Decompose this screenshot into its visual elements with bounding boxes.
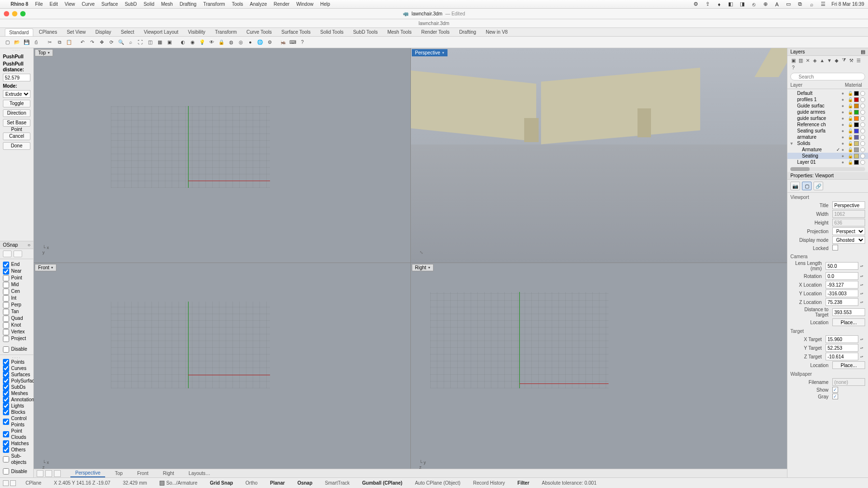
cam-lens-input[interactable] xyxy=(826,262,858,270)
lock-icon[interactable]: 🔓 xyxy=(848,91,853,96)
lock-icon[interactable]: 🔓 xyxy=(848,135,853,140)
lock-icon[interactable]: 🔓 xyxy=(848,104,853,108)
list-icon[interactable]: ☰ xyxy=(855,57,861,63)
copy-icon[interactable]: ⧉ xyxy=(55,38,64,47)
status-icon[interactable]: ⇪ xyxy=(704,1,711,8)
rotate-icon[interactable]: ⟳ xyxy=(107,38,116,47)
save-icon[interactable]: 💾 xyxy=(22,38,31,47)
layer-row[interactable]: Seating ● 🔓 xyxy=(787,153,868,159)
viewport-label-top[interactable]: Top▾ xyxy=(35,49,53,56)
vp-title-input[interactable] xyxy=(832,201,865,209)
layer-row[interactable]: Layer 01 ● 🔓 xyxy=(787,159,868,165)
layer-row[interactable]: ▾ Solids ● 🔓 xyxy=(787,140,868,146)
layer-material-swatch[interactable] xyxy=(860,135,865,140)
tab-surfacetools[interactable]: Surface Tools xyxy=(278,28,314,36)
visible-icon[interactable]: ● xyxy=(841,97,846,102)
spinner-icon[interactable]: ▴▾ xyxy=(860,346,865,349)
tgt-y-input[interactable] xyxy=(826,344,858,352)
spinner-icon[interactable]: ▴▾ xyxy=(860,283,865,286)
status-icon[interactable]: ⎋ xyxy=(750,1,757,8)
tab-newv8[interactable]: New in V8 xyxy=(482,28,512,36)
layer-color-swatch[interactable] xyxy=(854,154,859,158)
visible-icon[interactable]: ● xyxy=(841,141,846,146)
control-center-icon[interactable]: ☰ xyxy=(820,1,827,8)
menu-subd[interactable]: SubD xyxy=(125,1,137,7)
layer-color-swatch[interactable] xyxy=(854,160,859,165)
layer-color-swatch[interactable] xyxy=(854,110,859,115)
distance-input[interactable] xyxy=(3,74,30,81)
done-button[interactable]: Done xyxy=(3,142,30,150)
layer-row[interactable]: Seating surfa ● 🔓 xyxy=(787,128,868,134)
menu-render[interactable]: Render xyxy=(274,1,290,7)
tab-solidtools[interactable]: Solid Tools xyxy=(316,28,347,36)
prop-material-icon[interactable]: 🔗 xyxy=(814,182,823,190)
named-view-icon[interactable]: ▣ xyxy=(165,38,174,47)
delete-layer-icon[interactable]: ✕ xyxy=(805,57,811,63)
layer-row[interactable]: Reference ch ● 🔓 xyxy=(787,121,868,128)
menu-help[interactable]: Help xyxy=(320,1,330,7)
selfilter-check[interactable] xyxy=(3,403,9,409)
visible-icon[interactable]: ● xyxy=(841,110,846,115)
zoom-icon[interactable]: 🔍 xyxy=(117,38,125,47)
status-icon[interactable]: ◨ xyxy=(739,1,746,8)
layer-material-swatch[interactable] xyxy=(860,129,865,133)
status-toggle[interactable]: Filter xyxy=(515,480,532,486)
vtab-layouts[interactable]: Layouts… xyxy=(184,470,215,477)
selfilter-check[interactable] xyxy=(3,431,9,437)
prop-viewport-icon[interactable]: ▢ xyxy=(802,182,812,190)
spinner-icon[interactable]: ▴▾ xyxy=(860,292,865,295)
tgt-z-input[interactable] xyxy=(826,353,858,360)
environment-icon[interactable]: 🌐 xyxy=(256,38,264,47)
panel-menu-icon[interactable]: ▤ xyxy=(861,49,865,54)
tools-icon[interactable]: ⚒ xyxy=(848,57,854,63)
open-icon[interactable]: 📂 xyxy=(13,38,21,47)
search-icon[interactable]: ⌕ xyxy=(808,1,815,8)
tab-vplayout[interactable]: Viewport Layout xyxy=(140,28,182,36)
visible-icon[interactable]: ● xyxy=(841,116,846,121)
vtab-front[interactable]: Front xyxy=(132,470,153,477)
layer-material-swatch[interactable] xyxy=(860,116,865,121)
osnap-check[interactable] xyxy=(3,275,9,281)
new-layer-icon[interactable]: ▣ xyxy=(790,57,796,63)
panel-grip[interactable]: ···· xyxy=(0,48,33,52)
hide-icon[interactable]: 👁 xyxy=(207,38,216,47)
help-icon[interactable]: ? xyxy=(790,65,796,70)
cam-dist-input[interactable] xyxy=(832,308,865,316)
menu-solid[interactable]: Solid xyxy=(144,1,154,7)
osnap-disable-check[interactable] xyxy=(3,346,9,353)
layer-color-swatch[interactable] xyxy=(854,116,859,121)
osnap-check[interactable] xyxy=(3,289,9,295)
menu-tools[interactable]: Tools xyxy=(232,1,243,7)
vtab-right[interactable]: Right xyxy=(158,470,179,477)
status-toggle[interactable]: SmartTrack xyxy=(322,480,353,486)
close-window-button[interactable] xyxy=(4,11,9,16)
selfilter-check[interactable] xyxy=(3,390,9,396)
layer-row[interactable]: armature ● 🔓 xyxy=(787,134,868,140)
menu-transform[interactable]: Transform xyxy=(203,1,225,7)
vp-locked-check[interactable] xyxy=(832,245,838,251)
status-icon[interactable]: ◧ xyxy=(727,1,734,8)
viewport-top[interactable]: Top▾ └ xy xyxy=(34,48,410,263)
layer-row[interactable]: guide armres ● 🔓 xyxy=(787,109,868,115)
undo-icon[interactable]: ↶ xyxy=(78,38,87,47)
vtab-top[interactable]: Top xyxy=(110,470,127,477)
status-cplane[interactable]: CPlane xyxy=(23,480,44,486)
wall-gray-check[interactable]: ✓ xyxy=(832,394,838,399)
osnap-check[interactable] xyxy=(3,329,9,335)
tgt-x-input[interactable] xyxy=(826,335,858,343)
layer-material-swatch[interactable] xyxy=(860,154,865,158)
paste-icon[interactable]: 📋 xyxy=(65,38,73,47)
osnap-close-icon[interactable]: ○ xyxy=(27,242,30,248)
osnap-mode-icon[interactable] xyxy=(3,251,12,257)
layer-color-icon[interactable]: ◆ xyxy=(834,57,840,63)
spinner-icon[interactable]: ▴▾ xyxy=(860,275,865,277)
visible-icon[interactable]: ● xyxy=(841,122,846,127)
osnap-check[interactable] xyxy=(3,262,9,268)
layer-color-swatch[interactable] xyxy=(854,147,859,152)
osnap-check[interactable] xyxy=(3,309,9,315)
tab-select[interactable]: Select xyxy=(117,28,138,36)
tab-rendertools[interactable]: Render Tools xyxy=(418,28,454,36)
properties-icon[interactable]: ◎ xyxy=(236,38,245,47)
layer-material-swatch[interactable] xyxy=(860,122,865,127)
selfilter-check[interactable] xyxy=(3,419,9,425)
